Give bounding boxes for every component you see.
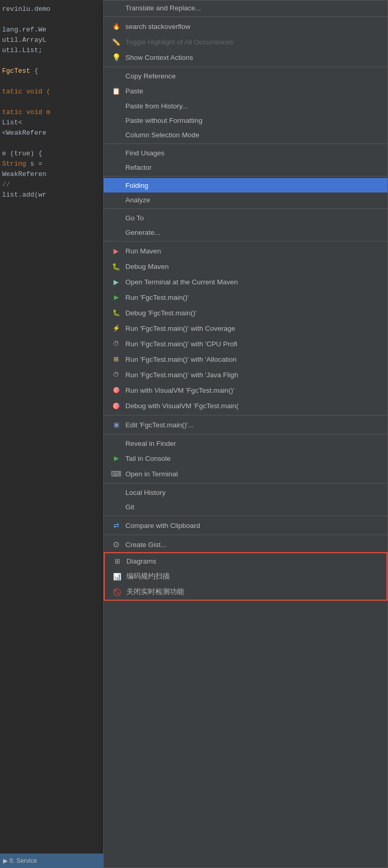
menu-separator — [104, 434, 387, 435]
menu-item-run-coverage[interactable]: ⚡ Run 'FgcTest.main()' with Coverage — [104, 320, 387, 336]
menu-item-label: Open Terminal at the Current Maven — [125, 278, 380, 286]
menu-item-run-fgctest[interactable]: ▶ Run 'FgcTest.main()' — [104, 290, 387, 305]
menu-item-label: Paste — [125, 87, 380, 95]
menu-separator — [104, 67, 387, 67]
maven-debug-icon: 🐛 — [111, 261, 121, 271]
menu-item-label: Edit 'FgcTest.main()'... — [125, 421, 380, 429]
menu-item-label: Run Maven — [125, 247, 380, 255]
menu-item-search-stackoverflow[interactable]: 🔥 search stackoverflow — [104, 19, 387, 34]
menu-item-reveal-finder[interactable]: Reveal in Finder — [104, 436, 387, 451]
menu-item-label: Debug with VisualVM 'FgcTest.main( — [125, 402, 380, 410]
menu-item-label: Find Usages — [125, 149, 380, 157]
code-line: tatic void ( — [2, 87, 101, 97]
clipboard-icon: 📋 — [111, 86, 121, 96]
code-line: revinlu.demo — [2, 4, 101, 14]
menu-item-scan[interactable]: 📊 编码规约扫描 — [105, 569, 386, 584]
compare-icon: ⇄ — [111, 520, 121, 531]
menu-item-label: Open in Terminal — [125, 470, 380, 478]
menu-item-run-allocation[interactable]: ⊞ Run 'FgcTest.main()' with 'Allocation — [104, 351, 387, 367]
menu-item-go-to[interactable]: Go To — [104, 211, 387, 225]
github-icon: ⊙ — [111, 539, 121, 550]
menu-item-paste[interactable]: 📋 Paste — [104, 83, 387, 99]
menu-item-label: search stackoverflow — [125, 23, 380, 30]
menu-item-label: Reveal in Finder — [125, 440, 380, 447]
menu-item-label: Refactor — [125, 164, 380, 171]
menu-item-show-context-actions[interactable]: 💡 Show Context Actions — [104, 50, 387, 65]
menu-item-label: Diagrams — [126, 557, 379, 565]
menu-item-run-cpu[interactable]: ⏱ Run 'FgcTest.main()' with 'CPU Profi — [104, 336, 387, 351]
menu-item-tail-console[interactable]: ▶ Tail in Console — [104, 451, 387, 466]
menu-item-label: Paste from History... — [125, 102, 380, 110]
menu-item-label: Run with VisualVM 'FgcTest.main()' — [125, 387, 380, 394]
flight-icon: ⏱ — [111, 369, 121, 380]
menu-item-git[interactable]: Git — [104, 500, 387, 514]
menu-item-run-visualvm[interactable]: 🎯 Run with VisualVM 'FgcTest.main()' — [104, 382, 387, 398]
menu-item-paste-without-formatting[interactable]: Paste without Formatting — [104, 113, 387, 127]
highlighted-box: ⊞ Diagrams 📊 编码规约扫描 🚫 关闭实时检测功能 — [104, 552, 387, 601]
code-line: WeakReferen — [2, 169, 101, 180]
menu-item-run-maven[interactable]: ▶ Run Maven — [104, 243, 387, 259]
menu-item-generate[interactable]: Generate... — [104, 225, 387, 239]
menu-item-label: Compare with Clipboard — [125, 522, 380, 529]
menu-item-debug-fgctest[interactable]: 🐛 Debug 'FgcTest.main()' — [104, 305, 387, 320]
scan-icon: 📊 — [112, 571, 122, 582]
menu-item-label: Analyze — [125, 196, 380, 204]
menu-item-label: Debug 'FgcTest.main()' — [125, 309, 380, 317]
menu-item-copy-reference[interactable]: Copy Reference — [104, 69, 387, 83]
menu-item-debug-maven[interactable]: 🐛 Debug Maven — [104, 259, 387, 274]
code-line — [2, 14, 101, 25]
menu-item-paste-from-history[interactable]: Paste from History... — [104, 99, 387, 113]
alloc-icon: ⊞ — [111, 354, 121, 364]
menu-separator — [104, 17, 387, 17]
code-line: // — [2, 180, 101, 190]
menu-item-label: Go To — [125, 214, 380, 222]
menu-item-label: Tail in Console — [125, 455, 380, 462]
terminal-icon: ⌨ — [111, 469, 121, 479]
menu-item-local-history[interactable]: Local History — [104, 485, 387, 500]
menu-item-analyze[interactable]: Analyze — [104, 192, 387, 207]
code-line — [2, 97, 101, 107]
diagrams-icon: ⊞ — [112, 556, 122, 566]
menu-separator — [104, 516, 387, 516]
status-bar-text: ▶ 8: Service — [3, 857, 37, 864]
menu-item-run-java-flight[interactable]: ⏱ Run 'FgcTest.main()' with 'Java Fligh — [104, 367, 387, 382]
code-line: util.List; — [2, 45, 101, 56]
menu-item-open-terminal[interactable]: ⌨ Open in Terminal — [104, 466, 387, 481]
menu-item-label: Run 'FgcTest.main()' with Coverage — [125, 325, 380, 332]
menu-item-diagrams[interactable]: ⊞ Diagrams — [105, 553, 386, 569]
menu-item-find-usages[interactable]: Find Usages — [104, 146, 387, 160]
menu-item-refactor[interactable]: Refactor — [104, 160, 387, 174]
menu-separator — [104, 483, 387, 484]
maven-terminal-icon: ▶ — [111, 277, 121, 287]
menu-item-label: Toggle Highlight of All Occurrences — [125, 38, 380, 46]
run-icon: ▶ — [111, 292, 121, 302]
cpu-icon: ⏱ — [111, 339, 121, 349]
code-line: tatic void m — [2, 107, 101, 118]
code-line: List< — [2, 118, 101, 128]
menu-item-translate-replace[interactable]: Translate and Replace... — [104, 1, 387, 15]
menu-separator — [104, 241, 387, 242]
menu-item-label: Local History — [125, 489, 380, 496]
menu-item-column-selection[interactable]: Column Selection Mode — [104, 127, 387, 142]
menu-item-label: Paste without Formatting — [125, 117, 380, 124]
menu-item-edit-fgctest[interactable]: ▣ Edit 'FgcTest.main()'... — [104, 417, 387, 432]
menu-item-create-gist[interactable]: ⊙ Create Gist... — [104, 537, 387, 552]
visualvm-debug-icon: 🎯 — [111, 400, 121, 411]
menu-item-open-terminal-maven[interactable]: ▶ Open Terminal at the Current Maven — [104, 274, 387, 290]
menu-item-folding[interactable]: Folding — [104, 178, 387, 192]
code-line: String s = — [2, 159, 101, 169]
menu-item-label: Run 'FgcTest.main()' with 'CPU Profi — [125, 340, 380, 348]
menu-item-debug-visualvm[interactable]: 🎯 Debug with VisualVM 'FgcTest.main( — [104, 398, 387, 413]
status-bar: ▶ 8: Service — [0, 854, 103, 868]
coverage-icon: ⚡ — [111, 323, 121, 333]
disable-icon: 🚫 — [112, 587, 122, 597]
menu-item-compare-clipboard[interactable]: ⇄ Compare with Clipboard — [104, 518, 387, 533]
code-line: list.add(wr — [2, 190, 101, 200]
code-line: FgcTest { — [2, 66, 101, 76]
code-line: lang.ref.We — [2, 25, 101, 35]
menu-item-label: Generate... — [125, 229, 380, 236]
menu-item-label: Translate and Replace... — [125, 4, 380, 12]
code-line: <WeakRefere — [2, 128, 101, 138]
menu-item-disable-realtime[interactable]: 🚫 关闭实时检测功能 — [105, 584, 386, 600]
menu-item-label: Run 'FgcTest.main()' with 'Java Fligh — [125, 371, 380, 379]
